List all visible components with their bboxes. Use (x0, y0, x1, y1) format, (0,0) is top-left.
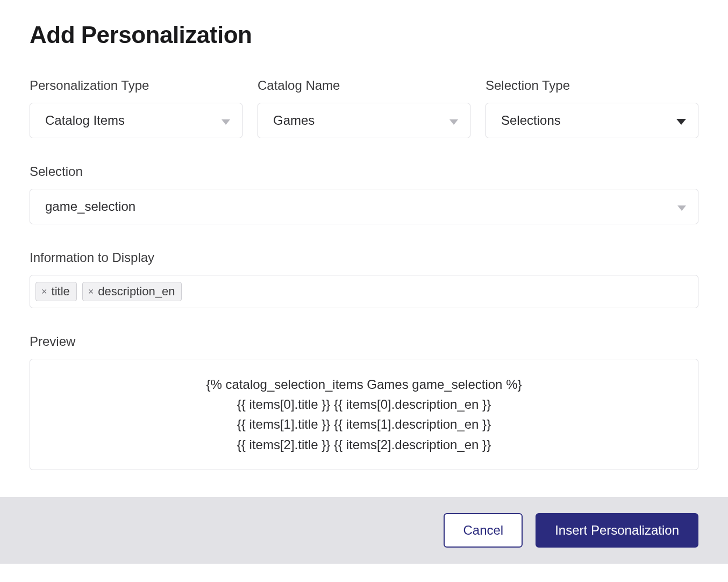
chevron-down-icon (676, 113, 686, 128)
tag-label: title (52, 285, 70, 299)
select-catalog-name[interactable]: Games (258, 103, 470, 138)
label-personalization-type: Personalization Type (30, 78, 242, 93)
modal-body: Add Personalization Personalization Type… (0, 0, 728, 497)
modal-footer: Cancel Insert Personalization (0, 497, 728, 564)
select-catalog-name-value: Games (273, 113, 315, 128)
label-catalog-name: Catalog Name (258, 78, 470, 93)
preview-line: {{ items[2].title }} {{ items[2].descrip… (41, 435, 687, 455)
svg-marker-1 (449, 119, 458, 125)
chevron-down-icon (222, 113, 230, 128)
preview-box: {% catalog_selection_items Games game_se… (30, 359, 698, 470)
preview-line: {{ items[0].title }} {{ items[0].descrip… (41, 394, 687, 414)
remove-tag-icon[interactable]: × (88, 287, 94, 296)
select-selection[interactable]: game_selection (30, 189, 698, 224)
tag-label: description_en (98, 285, 175, 299)
svg-marker-0 (222, 119, 230, 125)
label-info-to-display: Information to Display (30, 250, 698, 265)
field-personalization-type: Personalization Type Catalog Items (30, 78, 242, 138)
field-info-to-display: Information to Display × title × descrip… (30, 250, 698, 308)
label-preview: Preview (30, 334, 698, 349)
tags-input[interactable]: × title × description_en (30, 275, 698, 308)
label-selection: Selection (30, 164, 698, 179)
row-top: Personalization Type Catalog Items Catal… (30, 78, 698, 138)
chevron-down-icon (677, 199, 686, 214)
tag-description-en: × description_en (82, 282, 182, 301)
page-title: Add Personalization (30, 22, 698, 48)
field-selection-type: Selection Type Selections (486, 78, 698, 138)
select-selection-type[interactable]: Selections (486, 103, 698, 138)
field-catalog-name: Catalog Name Games (258, 78, 470, 138)
tag-title: × title (35, 282, 77, 301)
label-selection-type: Selection Type (486, 78, 698, 93)
select-personalization-type-value: Catalog Items (45, 113, 125, 128)
field-selection: Selection game_selection (30, 164, 698, 224)
remove-tag-icon[interactable]: × (41, 287, 47, 296)
svg-marker-3 (677, 205, 686, 211)
select-selection-value: game_selection (45, 199, 135, 214)
select-selection-type-value: Selections (501, 113, 561, 128)
svg-marker-2 (676, 119, 686, 125)
preview-line: {% catalog_selection_items Games game_se… (41, 374, 687, 394)
add-personalization-modal: Add Personalization Personalization Type… (0, 0, 728, 564)
preview-line: {{ items[1].title }} {{ items[1].descrip… (41, 414, 687, 434)
field-preview: Preview {% catalog_selection_items Games… (30, 334, 698, 470)
select-personalization-type[interactable]: Catalog Items (30, 103, 242, 138)
chevron-down-icon (449, 113, 458, 128)
insert-personalization-button[interactable]: Insert Personalization (536, 513, 698, 548)
cancel-button[interactable]: Cancel (444, 513, 523, 548)
